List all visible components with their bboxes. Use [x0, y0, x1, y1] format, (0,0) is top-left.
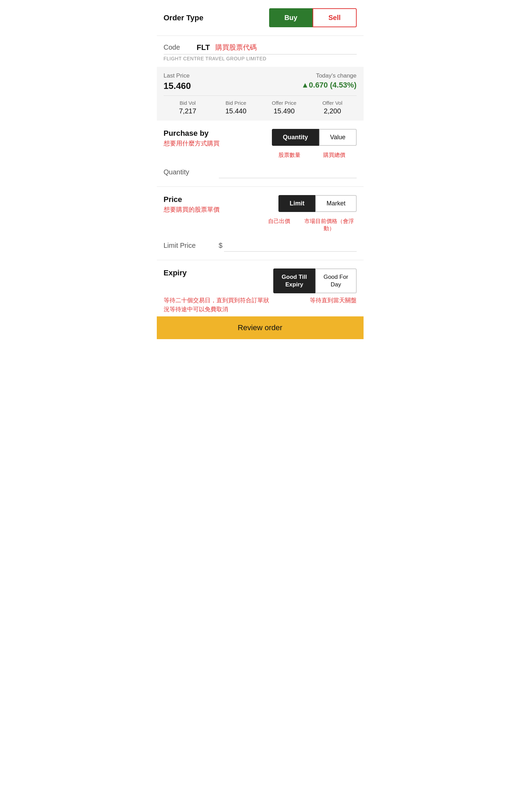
price-header-row: Price 想要購買的股票單價 Limit Market: [164, 195, 357, 214]
quantity-input[interactable]: [219, 166, 357, 178]
price-title: Price: [164, 195, 220, 204]
code-label: Code: [164, 43, 191, 51]
limit-price-field-label: Limit Price: [164, 242, 219, 250]
expiry-desc-row: 等待二十個交易日，直到買到符合訂單狀況等待途中可以免費取消 等待直到當天關盤: [164, 296, 357, 316]
expiry-header-row: Expiry Good TillExpiry Good ForDay: [164, 268, 357, 293]
good-for-day-button[interactable]: Good ForDay: [315, 268, 357, 293]
order-type-section: Order Type Buy Sell: [157, 0, 364, 36]
price-subtitle: 想要購買的股票單價: [164, 205, 220, 214]
quantity-annotation: 股票數量: [267, 152, 312, 159]
company-name: FLIGHT CENTRE TRAVEL GROUP LIMITED: [164, 56, 357, 67]
toggle-labels-row: 股票數量 購買總價: [164, 152, 357, 159]
market-annotation: 市場目前價格（會浮動）: [302, 218, 357, 232]
bid-price-value: 15.440: [225, 107, 246, 115]
purchase-by-subtitle: 想要用什麼方式購買: [164, 139, 220, 148]
expiry-title: Expiry: [164, 268, 187, 277]
code-link[interactable]: 購買股票代碼: [215, 43, 257, 52]
expiry-toggle: Good TillExpiry Good ForDay: [273, 268, 356, 293]
code-divider: [164, 54, 357, 54]
good-till-expiry-button[interactable]: Good TillExpiry: [273, 268, 315, 293]
price-toggle-labels-row: 自己出價 市場目前價格（會浮動）: [164, 218, 357, 232]
price-title-block: Price 想要購買的股票單價: [164, 195, 220, 214]
last-price-label: Last Price: [164, 72, 190, 79]
limit-annotation: 自己出價: [257, 218, 302, 232]
purchase-by-header-row: Purchase by 想要用什麼方式購買 Quantity Value: [164, 129, 357, 148]
purchase-by-title: Purchase by: [164, 129, 220, 138]
offer-price-label: Offer Price: [272, 100, 296, 106]
order-type-buttons: Buy Sell: [269, 8, 356, 27]
market-button[interactable]: Market: [315, 195, 356, 212]
offer-vol-label: Offer Vol: [322, 100, 342, 106]
todays-change-value: ▲0.670 (4.53%): [302, 81, 357, 90]
limit-price-input[interactable]: [224, 239, 357, 252]
bid-price-item: Bid Price 15.440: [212, 100, 260, 115]
sell-button[interactable]: Sell: [313, 8, 357, 27]
bid-vol-item: Bid Vol 7,217: [164, 100, 212, 115]
code-section: Code FLT 購買股票代碼 FLIGHT CENTRE TRAVEL GRO…: [157, 36, 364, 67]
order-type-label: Order Type: [164, 13, 204, 22]
bid-vol-label: Bid Vol: [180, 100, 196, 106]
value-button[interactable]: Value: [319, 129, 357, 146]
quantity-button[interactable]: Quantity: [272, 129, 319, 146]
todays-change-block: Today's change ▲0.670 (4.53%): [302, 72, 357, 90]
price-section: Price 想要購買的股票單價 Limit Market 自己出價 市場目前價格…: [157, 187, 364, 260]
offer-vol-item: Offer Vol 2,200: [308, 100, 357, 115]
bid-offer-row: Bid Vol 7,217 Bid Price 15.440 Offer Pri…: [164, 96, 357, 121]
dollar-sign: $: [219, 242, 223, 250]
price-toggle: Limit Market: [278, 195, 356, 212]
order-type-row: Order Type Buy Sell: [164, 8, 357, 27]
expiry-desc-left: 等待二十個交易日，直到買到符合訂單狀況等待途中可以免費取消: [164, 296, 270, 314]
value-annotation: 購買總價: [312, 152, 357, 159]
code-row: Code FLT 購買股票代碼: [164, 43, 357, 52]
purchase-by-section: Purchase by 想要用什麼方式購買 Quantity Value 股票數…: [157, 121, 364, 187]
offer-vol-value: 2,200: [324, 107, 341, 115]
expiry-section: Expiry Good TillExpiry Good ForDay 等待二十個…: [157, 260, 364, 316]
bid-price-label: Bid Price: [225, 100, 246, 106]
limit-price-input-row: Limit Price $: [164, 239, 357, 252]
purchase-by-toggle: Quantity Value: [272, 129, 357, 146]
todays-change-label: Today's change: [316, 72, 357, 79]
purchase-by-title-block: Purchase by 想要用什麼方式購買: [164, 129, 220, 148]
code-value: FLT: [197, 43, 210, 52]
review-order-bar: Review order: [157, 316, 364, 339]
limit-button[interactable]: Limit: [278, 195, 315, 212]
quantity-input-row: Quantity: [164, 166, 357, 178]
offer-price-value: 15.490: [274, 107, 295, 115]
quantity-field-label: Quantity: [164, 168, 219, 176]
expiry-desc-right: 等待直到當天關盤: [310, 296, 357, 314]
buy-button[interactable]: Buy: [269, 8, 313, 27]
price-info-section: Last Price 15.460 Today's change ▲0.670 …: [157, 67, 364, 121]
offer-price-item: Offer Price 15.490: [260, 100, 308, 115]
last-price-value: 15.460: [164, 81, 191, 91]
bid-vol-value: 7,217: [179, 107, 196, 115]
last-price-block: Last Price 15.460: [164, 72, 191, 91]
price-main-row: Last Price 15.460 Today's change ▲0.670 …: [164, 72, 357, 96]
review-order-button[interactable]: Review order: [164, 323, 357, 332]
